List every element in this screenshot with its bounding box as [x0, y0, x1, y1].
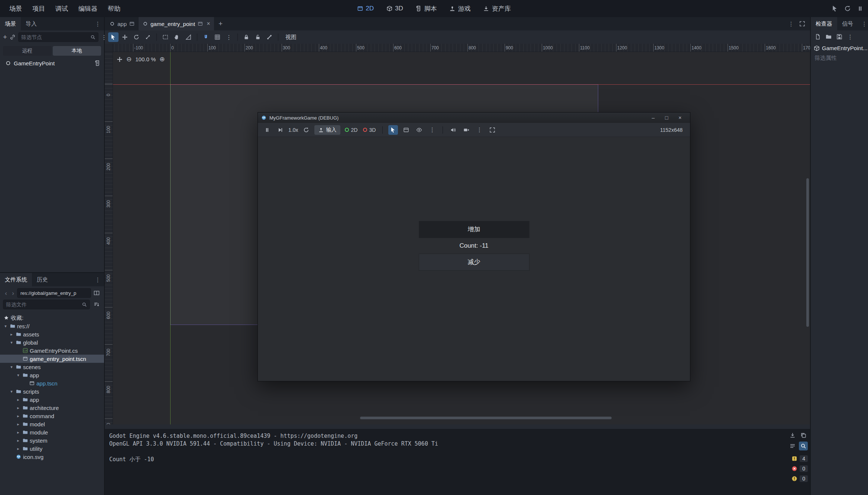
- grid-snap-toggle[interactable]: [212, 32, 223, 42]
- list-select-tool[interactable]: [160, 32, 171, 42]
- toggle-split-mode-button[interactable]: [92, 289, 101, 297]
- tree-item-architecture[interactable]: ▸ architecture: [0, 404, 104, 412]
- file-filter-input[interactable]: [6, 302, 80, 307]
- zoom-level-button[interactable]: 100.0 %: [135, 56, 156, 62]
- move-tool[interactable]: [120, 32, 130, 42]
- inspected-node-row[interactable]: GameEntryPoint...: [811, 43, 868, 53]
- zoom-out-button[interactable]: ⊖: [126, 55, 132, 63]
- collapse-arrow[interactable]: ▸: [9, 332, 14, 337]
- collapse-arrow[interactable]: ▾: [9, 340, 14, 345]
- tree-item-gameentrypoint-cs[interactable]: GameEntryPoint.cs: [0, 346, 104, 355]
- current-path-input[interactable]: [20, 290, 88, 296]
- menu-project[interactable]: 项目: [27, 3, 50, 15]
- collapse-arrow[interactable]: ▸: [16, 414, 21, 419]
- tree-item-utility[interactable]: ▸ utility: [0, 444, 104, 453]
- collapse-arrow[interactable]: ▾: [3, 324, 8, 329]
- viewport-center-icon[interactable]: [117, 56, 123, 62]
- pan-tool[interactable]: [172, 32, 182, 42]
- tree-item-scripts[interactable]: ▾ scripts: [0, 387, 104, 395]
- close-tab-icon[interactable]: ×: [207, 20, 210, 27]
- tab-filesystem[interactable]: 文件系统: [0, 273, 32, 286]
- workspace-game[interactable]: 游戏: [447, 3, 474, 14]
- collapse-arrow[interactable]: ▸: [16, 430, 21, 435]
- tab-import[interactable]: 导入: [21, 17, 42, 30]
- maximize-button[interactable]: □: [660, 115, 673, 121]
- runtime-select-tool[interactable]: [388, 125, 398, 135]
- workspace-assetlib[interactable]: 资产库: [480, 3, 514, 14]
- log-filter-button[interactable]: [788, 442, 797, 450]
- menu-help[interactable]: 帮助: [103, 3, 125, 15]
- nav-forward-icon[interactable]: ›: [10, 290, 16, 296]
- property-filter-input[interactable]: 筛选属性: [811, 53, 868, 63]
- save-log-button[interactable]: [788, 431, 797, 440]
- view-menu[interactable]: 视图: [282, 34, 300, 41]
- lock-selected-button[interactable]: [241, 32, 252, 42]
- increase-button[interactable]: 增加: [419, 221, 529, 238]
- mute-audio-button[interactable]: [448, 125, 458, 135]
- collapse-arrow[interactable]: ▾: [9, 389, 14, 394]
- distraction-free-icon[interactable]: [799, 21, 805, 27]
- pause-button[interactable]: [262, 125, 272, 135]
- selection-options-menu[interactable]: ⋮: [427, 125, 437, 135]
- minimize-button[interactable]: –: [647, 115, 660, 121]
- node-filter-input[interactable]: [21, 34, 88, 40]
- log-search-button[interactable]: [799, 442, 808, 450]
- debug-3d-toggle[interactable]: 3D: [362, 127, 377, 133]
- load-resource-icon[interactable]: [826, 34, 832, 40]
- issues-badge[interactable]: 4: [791, 455, 808, 462]
- tree-item-scenes[interactable]: ▾ scenes: [0, 363, 104, 371]
- add-node-button[interactable]: +: [3, 33, 7, 42]
- instance-scene-button[interactable]: [10, 33, 16, 42]
- collapse-arrow[interactable]: ▾: [9, 365, 14, 369]
- camera-override-button[interactable]: [461, 125, 471, 135]
- filesystem-menu-icon[interactable]: ⋮: [91, 273, 104, 286]
- vertical-scrollbar[interactable]: [806, 178, 809, 327]
- copy-log-button[interactable]: [799, 431, 808, 440]
- close-button[interactable]: ×: [673, 115, 687, 121]
- input-mode-toggle[interactable]: 输入: [314, 125, 340, 135]
- zoom-in-button[interactable]: ⊕: [159, 55, 165, 63]
- speed-indicator[interactable]: 1.0x: [288, 127, 298, 133]
- tree-item-app-tscn[interactable]: app.tscn: [0, 379, 104, 387]
- attached-script-icon[interactable]: [94, 60, 100, 66]
- pause-game-icon[interactable]: [857, 5, 864, 12]
- scene-dock-menu-icon[interactable]: ⋮: [91, 17, 104, 30]
- workspace-2d[interactable]: 2D: [354, 3, 377, 14]
- horizontal-scrollbar[interactable]: [360, 417, 612, 419]
- smart-snap-toggle[interactable]: [201, 32, 211, 42]
- scale-tool[interactable]: [143, 32, 153, 42]
- new-scene-tab-button[interactable]: +: [214, 17, 227, 30]
- camera-options-menu[interactable]: ⋮: [475, 125, 484, 135]
- rotate-tool[interactable]: [131, 32, 142, 42]
- collapse-arrow[interactable]: ▾: [16, 373, 21, 378]
- nav-back-icon[interactable]: ‹: [3, 290, 9, 296]
- tree-item-model[interactable]: ▸ model: [0, 420, 104, 428]
- collapse-arrow[interactable]: ▸: [16, 446, 21, 451]
- selection-list-button[interactable]: [401, 125, 411, 135]
- game-window-titlebar[interactable]: MyGFrameworkGame (DEBUG) – □ ×: [258, 113, 690, 123]
- workspace-3d[interactable]: 3D: [383, 3, 406, 14]
- scene-tab-game-entry-point[interactable]: game_entry_point ×: [139, 17, 214, 30]
- collapse-arrow[interactable]: ▸: [16, 406, 21, 410]
- tab-signals[interactable]: 信号: [837, 17, 858, 30]
- snap-options-menu[interactable]: ⋮: [224, 32, 234, 42]
- local-button[interactable]: 本地: [53, 46, 101, 56]
- scene-tab-app[interactable]: app: [106, 17, 139, 30]
- tree-item-assets[interactable]: ▸ assets: [0, 330, 104, 338]
- menu-editor[interactable]: 编辑器: [74, 3, 102, 15]
- tab-scene[interactable]: 场景: [0, 17, 21, 30]
- save-resource-icon[interactable]: [836, 34, 842, 40]
- next-frame-button[interactable]: [275, 125, 285, 135]
- collapse-arrow[interactable]: ▸: [16, 397, 21, 402]
- favorites-row[interactable]: 收藏:: [0, 314, 104, 322]
- fullscreen-button[interactable]: [488, 125, 497, 135]
- warnings-badge[interactable]: 0: [791, 475, 808, 482]
- tab-history[interactable]: 历史: [32, 273, 53, 286]
- restart-game-icon[interactable]: [844, 5, 851, 12]
- tab-list-menu-icon[interactable]: ⋮: [788, 20, 794, 27]
- skeleton-options-button[interactable]: [264, 32, 275, 42]
- tree-item-icon-svg[interactable]: icon.svg: [0, 453, 104, 461]
- tree-item-module[interactable]: ▸ module: [0, 428, 104, 436]
- resource-extra-menu-icon[interactable]: ⋮: [847, 33, 853, 40]
- tree-item-scenes-app[interactable]: ▾ app: [0, 371, 104, 379]
